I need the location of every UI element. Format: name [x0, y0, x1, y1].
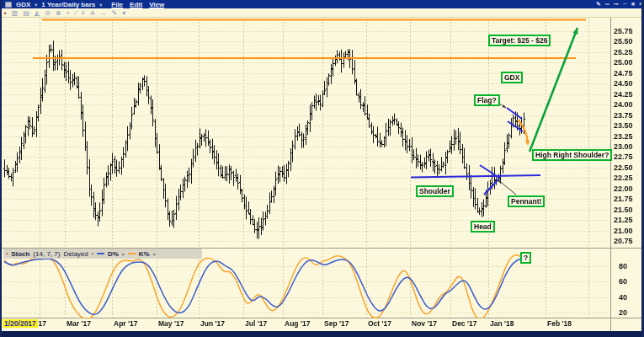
- price-tick-label: 25.75: [614, 27, 633, 35]
- price-tick-label: 21.75: [614, 195, 633, 203]
- d-percent-dropdown-icon[interactable]: ▾: [122, 251, 125, 257]
- price-tick-label: 25.25: [614, 48, 633, 56]
- price-tick-label: 23.00: [614, 142, 633, 151]
- k-percent-dropdown-icon[interactable]: ▾: [153, 251, 156, 257]
- stoch-title: Stoch: [11, 250, 29, 258]
- month-label: Jun '17: [200, 319, 225, 328]
- price-tick-label: 24.75: [614, 69, 633, 78]
- price-tick-label: 25.00: [614, 58, 633, 67]
- price-tick-label: 23.50: [614, 121, 633, 130]
- d-percent-label: D%: [108, 250, 119, 258]
- annotation-target[interactable]: Target: $25 - $26: [488, 35, 551, 46]
- month-label: Sep '17: [324, 319, 349, 328]
- month-label: Oct '17: [368, 319, 391, 328]
- price-tick-label: 25.50: [614, 37, 633, 45]
- price-tick-label: 20.75: [614, 237, 633, 245]
- date-stamp: 1/20/2017: [3, 319, 38, 328]
- price-tick-label: 21.50: [614, 206, 633, 214]
- k-percent-label: K%: [139, 250, 150, 258]
- annotation-head[interactable]: Head: [471, 221, 495, 233]
- annotation-high-right-shoulder[interactable]: High Right Shoulder?: [532, 149, 612, 161]
- stoch-tick-label: 40: [619, 293, 627, 302]
- month-label: Nov '17: [412, 319, 437, 328]
- annotation-stoch-question[interactable]: ?: [520, 252, 531, 264]
- window-bottom-edge: [2, 331, 644, 337]
- month-label: Dec '17: [452, 319, 476, 328]
- price-and-stoch-chart-canvas[interactable]: [2, 0, 644, 337]
- annotation-flag[interactable]: Flag?: [474, 94, 500, 106]
- stoch-delayed-label: Delayed: [63, 250, 88, 258]
- stoch-panel-icon: ▪: [6, 251, 8, 256]
- annotation-gdx[interactable]: GDX: [501, 72, 523, 83]
- price-tick-label: 21.25: [614, 216, 633, 224]
- stoch-tick-label: 20: [619, 308, 627, 317]
- price-tick-label: 22.00: [614, 185, 633, 193]
- price-tick-label: 22.75: [614, 152, 633, 161]
- price-tick-label: 21.00: [614, 227, 633, 235]
- price-tick-label: 24.25: [614, 90, 633, 99]
- month-label: May '17: [158, 319, 184, 328]
- stoch-params: (14, 7, 7): [33, 250, 60, 258]
- month-label: Aug '17: [285, 319, 310, 328]
- price-tick-label: 23.75: [614, 111, 633, 120]
- price-tick-label: 22.25: [614, 174, 633, 182]
- price-tick-label: 24.50: [614, 79, 633, 88]
- stoch-tick-label: 80: [619, 262, 627, 270]
- month-label: Apr '17: [114, 319, 137, 328]
- d-percent-swatch: [97, 253, 104, 254]
- stoch-panel-header: ▪ Stoch (14, 7, 7) Delayed ▪ D% ▾ K% ▾: [3, 249, 202, 259]
- price-tick-label: 23.25: [614, 132, 633, 141]
- month-label: Jan '18: [490, 319, 514, 328]
- annotation-pennant[interactable]: Pennant!: [508, 195, 545, 207]
- app-window: GDX ▾ 1 Year/Daily bars ▾ FileEditView ✎…: [0, 0, 644, 337]
- annotation-shoulder[interactable]: Shoulder: [416, 185, 454, 197]
- month-label: Jul '17: [245, 319, 267, 328]
- month-label: Mar '17: [67, 319, 91, 328]
- price-tick-label: 22.50: [614, 163, 633, 172]
- price-tick-label: 24.00: [614, 100, 633, 109]
- k-percent-swatch: [128, 253, 136, 254]
- month-label: Feb '18: [547, 319, 572, 328]
- stoch-tick-label: 60: [619, 277, 627, 286]
- delayed-flag-icon: ▪: [92, 251, 93, 256]
